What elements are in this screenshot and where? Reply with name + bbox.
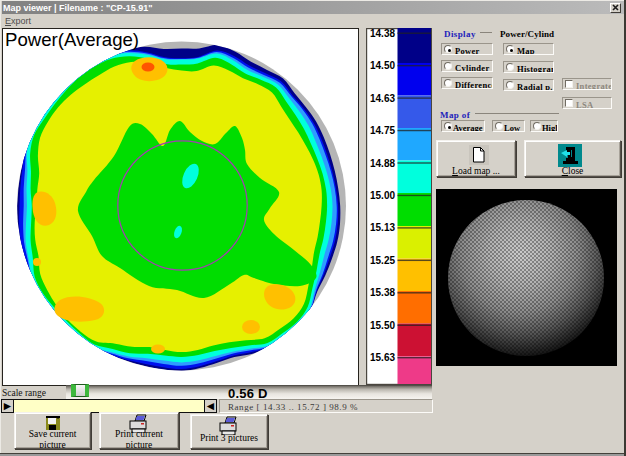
svg-text:14.50: 14.50 <box>370 60 395 71</box>
svg-text:15.50: 15.50 <box>370 320 395 331</box>
svg-text:15.25: 15.25 <box>370 255 395 266</box>
svg-text:15.38: 15.38 <box>370 287 395 298</box>
svg-text:14.75: 14.75 <box>370 125 395 136</box>
svg-text:15.00: 15.00 <box>370 190 395 201</box>
svg-text:14.63: 14.63 <box>370 93 395 104</box>
svg-text:14.88: 14.88 <box>370 158 395 169</box>
svg-text:Power(Average): Power(Average) <box>5 29 139 50</box>
svg-text:15.13: 15.13 <box>370 222 395 233</box>
svg-text:15.63: 15.63 <box>370 352 395 363</box>
svg-text:14.38: 14.38 <box>370 28 395 39</box>
